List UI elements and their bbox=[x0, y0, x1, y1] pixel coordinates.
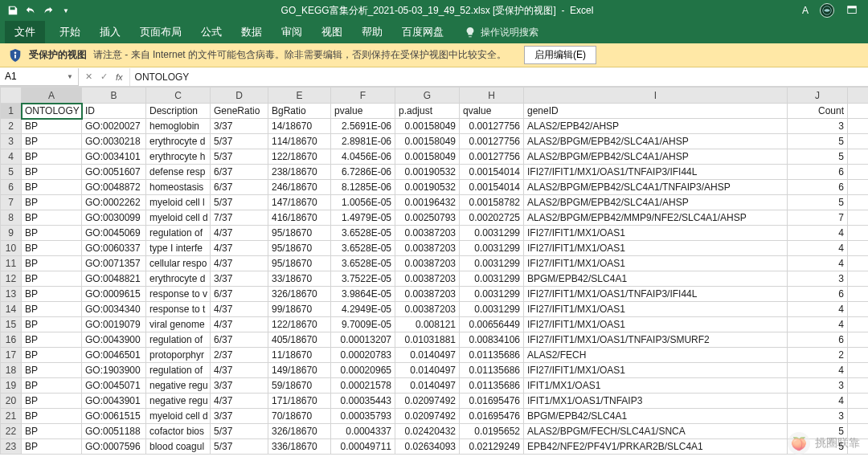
cell[interactable]: BP bbox=[22, 180, 82, 195]
cell[interactable]: 3 bbox=[788, 409, 848, 424]
cell[interactable] bbox=[848, 119, 869, 134]
cell[interactable] bbox=[848, 271, 869, 287]
cell[interactable]: 95/18670 bbox=[268, 226, 331, 241]
cell[interactable]: ALAS2/FECH bbox=[524, 348, 788, 363]
cell[interactable]: erythrocyte d bbox=[146, 271, 211, 287]
cell[interactable]: 0.01695476 bbox=[460, 394, 524, 409]
cell[interactable]: 3/37 bbox=[211, 119, 268, 134]
cell[interactable]: BP bbox=[22, 332, 82, 348]
tab-data[interactable]: 数据 bbox=[231, 21, 272, 43]
cell[interactable]: 0.01695476 bbox=[460, 409, 524, 424]
cell[interactable]: 2.5691E-06 bbox=[331, 119, 395, 134]
cell[interactable]: GO:0034340 bbox=[82, 302, 146, 317]
cell[interactable]: 0.00154014 bbox=[460, 180, 524, 195]
header-cell[interactable]: ONTOLOGY bbox=[22, 104, 82, 119]
cell[interactable]: regulation of bbox=[146, 363, 211, 378]
row-header-7[interactable]: 7 bbox=[1, 195, 22, 210]
cell[interactable]: 6 bbox=[788, 165, 848, 180]
cell[interactable]: 7 bbox=[788, 210, 848, 226]
cell[interactable]: 0.00127756 bbox=[460, 134, 524, 149]
row-header-19[interactable]: 19 bbox=[1, 378, 22, 394]
cell[interactable]: 70/18670 bbox=[268, 409, 331, 424]
row-header-11[interactable]: 11 bbox=[1, 256, 22, 271]
cell[interactable]: response to v bbox=[146, 287, 211, 302]
cell[interactable]: 5/37 bbox=[211, 195, 268, 210]
cell[interactable]: BP bbox=[22, 256, 82, 271]
cell[interactable]: BP bbox=[22, 424, 82, 439]
cell[interactable] bbox=[848, 149, 869, 165]
tab-review[interactable]: 审阅 bbox=[272, 21, 312, 43]
cell[interactable]: BP bbox=[22, 210, 82, 226]
cell[interactable]: 5/37 bbox=[211, 134, 268, 149]
cell[interactable]: BP bbox=[22, 271, 82, 287]
cell[interactable]: ALAS2/BPGM/EPB42/SLC4A1/TNFAIP3/AHSP bbox=[524, 180, 788, 195]
cell[interactable]: 0.00154014 bbox=[460, 165, 524, 180]
cell[interactable]: 246/18670 bbox=[268, 180, 331, 195]
cell[interactable] bbox=[848, 180, 869, 195]
cell[interactable]: 5 bbox=[788, 134, 848, 149]
cell[interactable]: 416/18670 bbox=[268, 210, 331, 226]
formula-input[interactable]: ONTOLOGY bbox=[129, 68, 190, 86]
cell[interactable]: homeostasis bbox=[146, 180, 211, 195]
cell[interactable]: 0.02097492 bbox=[395, 394, 460, 409]
cell[interactable]: 0.00158049 bbox=[395, 119, 460, 134]
col-header-B[interactable]: B bbox=[82, 88, 146, 104]
fx-icon[interactable]: fx bbox=[116, 72, 123, 82]
cell[interactable]: GO:0043901 bbox=[82, 394, 146, 409]
ribbon-options-icon[interactable] bbox=[845, 4, 858, 17]
cell[interactable]: regulation of bbox=[146, 226, 211, 241]
tab-file[interactable]: 文件 bbox=[5, 21, 45, 43]
cell[interactable]: BP bbox=[22, 378, 82, 394]
tab-home[interactable]: 开始 bbox=[50, 21, 90, 43]
tab-insert[interactable]: 插入 bbox=[90, 21, 130, 43]
header-cell[interactable]: geneID bbox=[524, 104, 788, 119]
cell[interactable]: 9.7009E-05 bbox=[331, 317, 395, 332]
cell[interactable]: 0.0031299 bbox=[460, 256, 524, 271]
cell[interactable]: 4/37 bbox=[211, 256, 268, 271]
cell[interactable]: ALAS2/BPGM/EPB42/SLC4A1/AHSP bbox=[524, 195, 788, 210]
cell[interactable] bbox=[848, 287, 869, 302]
cell[interactable] bbox=[848, 302, 869, 317]
cell[interactable]: 0.00035443 bbox=[331, 394, 395, 409]
cell[interactable]: 3.6528E-05 bbox=[331, 256, 395, 271]
cell[interactable]: 3 bbox=[788, 271, 848, 287]
cell[interactable] bbox=[848, 317, 869, 332]
row-header-21[interactable]: 21 bbox=[1, 409, 22, 424]
row-header-8[interactable]: 8 bbox=[1, 210, 22, 226]
cell[interactable]: 3/37 bbox=[211, 378, 268, 394]
cell[interactable]: IFI27/IFIT1/MX1/OAS1/TNFAIP3/SMURF2 bbox=[524, 332, 788, 348]
cell[interactable]: 5 bbox=[788, 195, 848, 210]
cell[interactable]: 4 bbox=[788, 241, 848, 256]
cell[interactable]: 171/18670 bbox=[268, 394, 331, 409]
col-header-I[interactable]: I bbox=[524, 88, 788, 104]
cell[interactable]: 0.00387203 bbox=[395, 287, 460, 302]
cell[interactable]: GO:0071357 bbox=[82, 256, 146, 271]
cell[interactable]: GO:0045071 bbox=[82, 378, 146, 394]
row-header-14[interactable]: 14 bbox=[1, 302, 22, 317]
cell[interactable]: 3 bbox=[788, 119, 848, 134]
cell[interactable]: 4/37 bbox=[211, 241, 268, 256]
row-header-10[interactable]: 10 bbox=[1, 241, 22, 256]
cell[interactable]: myeloid cell l bbox=[146, 195, 211, 210]
tab-baidu[interactable]: 百度网盘 bbox=[392, 21, 453, 43]
cell[interactable]: 5/37 bbox=[211, 424, 268, 439]
cell[interactable]: 0.00656449 bbox=[460, 317, 524, 332]
undo-icon[interactable] bbox=[24, 4, 37, 17]
cell[interactable]: GO:0048821 bbox=[82, 271, 146, 287]
cell[interactable]: BPGM/EPB42/SLC4A1 bbox=[524, 409, 788, 424]
cell[interactable]: 5 bbox=[788, 424, 848, 439]
cell[interactable] bbox=[848, 226, 869, 241]
header-cell[interactable]: BgRatio bbox=[268, 104, 331, 119]
cell[interactable]: IFI27/IFIT1/MX1/OAS1 bbox=[524, 226, 788, 241]
cell[interactable]: 147/18670 bbox=[268, 195, 331, 210]
cell[interactable]: 5/37 bbox=[211, 439, 268, 455]
cell[interactable]: 0.00049711 bbox=[331, 439, 395, 455]
cell[interactable]: 0.00834106 bbox=[460, 332, 524, 348]
row-header-12[interactable]: 12 bbox=[1, 271, 22, 287]
cell[interactable]: 0.00013207 bbox=[331, 332, 395, 348]
name-box[interactable]: A1 ▼ bbox=[0, 68, 79, 86]
cell[interactable]: BP bbox=[22, 134, 82, 149]
cell[interactable]: 0.00387203 bbox=[395, 271, 460, 287]
col-header-H[interactable]: H bbox=[460, 88, 524, 104]
cell[interactable]: 1.0056E-05 bbox=[331, 195, 395, 210]
